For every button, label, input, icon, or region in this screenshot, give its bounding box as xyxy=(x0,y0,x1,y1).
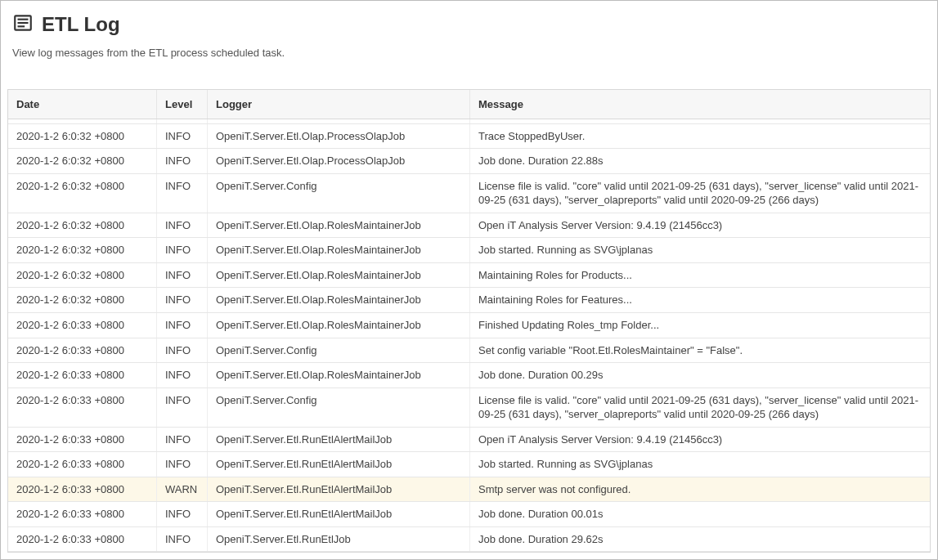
cell-message: Job started. Running as SVG\jplanas xyxy=(470,452,930,477)
cell-message: Set config variable "Root.Etl.RolesMaint… xyxy=(470,338,930,363)
cell-level: INFO xyxy=(157,338,208,363)
cell-date: 2020-1-2 6:0:33 +0800 xyxy=(8,428,157,452)
cell-level: INFO xyxy=(157,119,208,123)
table-row[interactable]: 2020-1-2 6:0:33 +0800INFOOpeniT.Server.C… xyxy=(8,388,930,428)
cell-level: INFO xyxy=(157,502,208,526)
cell-level: INFO xyxy=(157,124,208,149)
cell-date: 2020-1-2 6:0:32 +0800 xyxy=(8,149,157,173)
cell-level: INFO xyxy=(157,313,208,338)
title-row: ETL Log xyxy=(12,12,926,37)
cell-logger: OpeniT.Server.Etl.Olap.RolesMaintainerJo… xyxy=(208,263,470,288)
cell-message: Finished Updating Roles_tmp Folder... xyxy=(470,313,930,338)
cell-logger: OpeniT.Server.Etl.RunEtlAlertMailJob xyxy=(208,452,470,477)
cell-logger: OpeniT.Server.Etl.Olap.ProcessOlapJob xyxy=(208,119,470,123)
cell-logger: OpeniT.Server.Etl.Olap.RolesMaintainerJo… xyxy=(208,363,470,388)
cell-logger: OpeniT.Server.Config xyxy=(208,174,470,213)
cell-message: Open iT Analysis Server Version: 9.4.19 … xyxy=(470,428,930,452)
table-row[interactable]: 2020-1-2 6:0:33 +0800INFOOpeniT.Server.E… xyxy=(8,527,930,552)
cell-logger: OpeniT.Server.Etl.Olap.RolesMaintainerJo… xyxy=(208,313,470,338)
cell-level: INFO xyxy=(157,363,208,388)
table-row[interactable]: 2020-1-2 6:0:33 +0800INFOOpeniT.Server.E… xyxy=(8,452,930,477)
table-header-row: Date Level Logger Message xyxy=(8,90,930,119)
cell-message: License file is valid. "core" valid unti… xyxy=(470,388,930,427)
cell-date: 2020-1-2 6:0:32 +0800 xyxy=(8,288,157,312)
cell-message: Job done. Duration 00.01s xyxy=(470,502,930,526)
cell-level: INFO xyxy=(157,288,208,312)
etl-log-page: ETL Log View log messages from the ETL p… xyxy=(0,0,938,560)
table-row[interactable]: 2020-1-2 6:0:32 +0800INFOOpeniT.Server.E… xyxy=(8,263,930,289)
cell-logger: OpeniT.Server.Config xyxy=(208,338,470,363)
cell-message: Job done. Duration 00.29s xyxy=(470,363,930,388)
cell-logger: OpeniT.Server.Etl.Olap.RolesMaintainerJo… xyxy=(208,213,470,238)
column-header-level[interactable]: Level xyxy=(157,90,208,119)
table-row[interactable]: 2020-1-2 6:0:33 +0800INFOOpeniT.Server.E… xyxy=(8,313,930,338)
cell-level: INFO xyxy=(157,263,208,288)
cell-level: INFO xyxy=(157,149,208,173)
cell-logger: OpeniT.Server.Etl.Olap.RolesMaintainerJo… xyxy=(208,238,470,262)
cell-level: INFO xyxy=(157,213,208,238)
table-row[interactable]: 2020-1-2 6:0:32 +0800INFOOpeniT.Server.E… xyxy=(8,124,930,150)
cell-message: Maintaining Roles for Features... xyxy=(470,288,930,312)
table-row[interactable]: 2020-1-2 6:0:32 +0800INFOOpeniT.Server.E… xyxy=(8,238,930,263)
cell-logger: OpeniT.Server.Etl.RunEtlAlertMailJob xyxy=(208,477,470,502)
cell-message: Maintaining Roles for Products... xyxy=(470,263,930,288)
cell-level: INFO xyxy=(157,428,208,452)
cell-message: Job done. Duration 22.88s xyxy=(470,149,930,173)
cell-message: Duration: 21.03s. Processing batch finis… xyxy=(470,119,930,123)
cell-message: Smtp server was not configured. xyxy=(470,477,930,502)
table-body-scroll[interactable]: 2020-1-2 6:0:32 +0800INFOOpeniT.Server.E… xyxy=(8,119,930,552)
cell-level: INFO xyxy=(157,527,208,552)
cell-date: 2020-1-2 6:0:33 +0800 xyxy=(8,363,157,388)
cell-level: INFO xyxy=(157,174,208,213)
cell-level: INFO xyxy=(157,388,208,427)
table-row[interactable]: 2020-1-2 6:0:32 +0800INFOOpeniT.Server.E… xyxy=(8,149,930,174)
cell-message: Job done. Duration 29.62s xyxy=(470,527,930,552)
cell-logger: OpeniT.Server.Etl.Olap.RolesMaintainerJo… xyxy=(208,288,470,312)
cell-logger: OpeniT.Server.Etl.Olap.ProcessOlapJob xyxy=(208,149,470,173)
table-row[interactable]: 2020-1-2 6:0:33 +0800INFOOpeniT.Server.C… xyxy=(8,338,930,364)
table-row[interactable]: 2020-1-2 6:0:33 +0800INFOOpeniT.Server.E… xyxy=(8,428,930,453)
table-row[interactable]: 2020-1-2 6:0:32 +0800INFOOpeniT.Server.E… xyxy=(8,213,930,239)
page-header: ETL Log View log messages from the ETL p… xyxy=(1,1,937,77)
log-icon xyxy=(12,12,34,37)
cell-logger: OpeniT.Server.Config xyxy=(208,388,470,427)
cell-date: 2020-1-2 6:0:32 +0800 xyxy=(8,213,157,238)
page-subtitle: View log messages from the ETL process s… xyxy=(12,47,926,59)
table-row[interactable]: 2020-1-2 6:0:33 +0800WARNOpeniT.Server.E… xyxy=(8,477,930,503)
cell-date: 2020-1-2 6:0:33 +0800 xyxy=(8,527,157,552)
cell-date: 2020-1-2 6:0:33 +0800 xyxy=(8,313,157,338)
table-row[interactable]: 2020-1-2 6:0:33 +0800INFOOpeniT.Server.E… xyxy=(8,363,930,388)
cell-logger: OpeniT.Server.Etl.RunEtlAlertMailJob xyxy=(208,502,470,526)
cell-date: 2020-1-2 6:0:32 +0800 xyxy=(8,124,157,149)
cell-message: Job started. Running as SVG\jplanas xyxy=(470,238,930,262)
cell-date: 2020-1-2 6:0:32 +0800 xyxy=(8,119,157,123)
column-header-date[interactable]: Date xyxy=(8,90,157,119)
cell-logger: OpeniT.Server.Etl.RunEtlAlertMailJob xyxy=(208,428,470,452)
cell-date: 2020-1-2 6:0:33 +0800 xyxy=(8,388,157,427)
cell-level: INFO xyxy=(157,238,208,262)
column-header-logger[interactable]: Logger xyxy=(208,90,470,119)
page-title: ETL Log xyxy=(42,13,120,36)
cell-message: Open iT Analysis Server Version: 9.4.19 … xyxy=(470,213,930,238)
cell-level: INFO xyxy=(157,452,208,477)
table-row[interactable]: 2020-1-2 6:0:32 +0800INFOOpeniT.Server.E… xyxy=(8,288,930,313)
cell-logger: OpeniT.Server.Etl.RunEtlJob xyxy=(208,527,470,552)
cell-date: 2020-1-2 6:0:33 +0800 xyxy=(8,477,157,502)
cell-message: License file is valid. "core" valid unti… xyxy=(470,174,930,213)
column-header-message[interactable]: Message xyxy=(470,90,930,119)
cell-date: 2020-1-2 6:0:33 +0800 xyxy=(8,452,157,477)
cell-date: 2020-1-2 6:0:32 +0800 xyxy=(8,174,157,213)
cell-level: WARN xyxy=(157,477,208,502)
table-row[interactable]: 2020-1-2 6:0:32 +0800INFOOpeniT.Server.C… xyxy=(8,174,930,213)
cell-date: 2020-1-2 6:0:33 +0800 xyxy=(8,502,157,526)
cell-message: Trace StoppedByUser. xyxy=(470,124,930,149)
table-row[interactable]: 2020-1-2 6:0:33 +0800INFOOpeniT.Server.E… xyxy=(8,502,930,527)
cell-date: 2020-1-2 6:0:32 +0800 xyxy=(8,238,157,262)
cell-date: 2020-1-2 6:0:32 +0800 xyxy=(8,263,157,288)
log-table: Date Level Logger Message 2020-1-2 6:0:3… xyxy=(7,89,931,553)
cell-logger: OpeniT.Server.Etl.Olap.ProcessOlapJob xyxy=(208,124,470,149)
cell-date: 2020-1-2 6:0:33 +0800 xyxy=(8,338,157,363)
